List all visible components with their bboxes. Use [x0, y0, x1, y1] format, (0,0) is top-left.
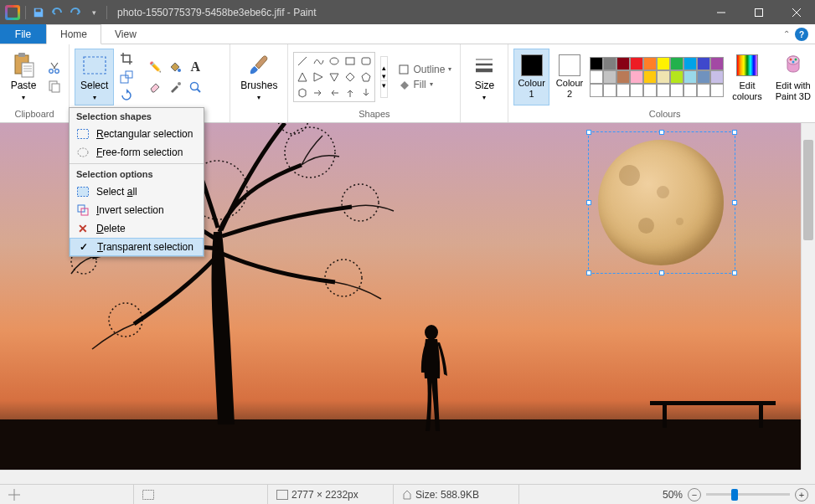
- colour-swatch[interactable]: [683, 57, 697, 70]
- svg-rect-5: [18, 53, 25, 57]
- minimize-ribbon-icon[interactable]: ⌃: [783, 29, 790, 39]
- zoom-slider[interactable]: [706, 493, 790, 496]
- zoom-out-button[interactable]: −: [688, 488, 701, 501]
- colour-swatch[interactable]: [603, 70, 616, 84]
- colour-swatch[interactable]: [697, 57, 710, 70]
- vertical-scrollbar[interactable]: [801, 123, 815, 470]
- colour-swatch[interactable]: [670, 84, 683, 97]
- brushes-button[interactable]: Brushes▾: [235, 49, 282, 105]
- svg-point-18: [178, 82, 181, 85]
- group-clipboard: Paste▾ Clipboard: [0, 44, 70, 122]
- colour-swatch[interactable]: [616, 57, 630, 70]
- horizontal-scrollbar[interactable]: [0, 470, 801, 484]
- paint-3d-button[interactable]: Edit with Paint 3D: [771, 49, 815, 105]
- colour-swatch[interactable]: [670, 70, 683, 84]
- maximize-button[interactable]: [740, 0, 777, 24]
- colour-swatch[interactable]: [630, 70, 643, 84]
- select-all-icon: [76, 185, 90, 198]
- menu-select-all[interactable]: Select all: [70, 183, 204, 201]
- selection-handle-se[interactable]: [732, 270, 737, 275]
- eraser-tool[interactable]: [146, 78, 164, 96]
- save-icon[interactable]: [31, 5, 46, 20]
- status-cursor-position: [0, 485, 134, 504]
- tab-view[interactable]: View: [101, 24, 151, 44]
- colour-swatch[interactable]: [616, 70, 630, 84]
- colour-swatch[interactable]: [670, 57, 683, 70]
- menu-rectangular-selection[interactable]: Rectangular selection: [70, 125, 204, 143]
- selection-handle-w[interactable]: [586, 200, 591, 205]
- minimize-button[interactable]: [702, 0, 740, 24]
- selection-handle-ne[interactable]: [732, 130, 737, 135]
- select-button[interactable]: Select▾: [75, 49, 114, 105]
- colour-swatch[interactable]: [643, 57, 657, 70]
- close-button[interactable]: [777, 0, 815, 24]
- tab-home[interactable]: Home: [46, 24, 101, 44]
- text-tool[interactable]: A: [186, 58, 204, 76]
- colour-swatch[interactable]: [590, 84, 603, 97]
- copy-icon[interactable]: [47, 79, 62, 94]
- rotate-icon[interactable]: [119, 88, 134, 103]
- tab-file[interactable]: File: [0, 24, 46, 44]
- svg-marker-29: [362, 73, 370, 81]
- size-button[interactable]: Size▾: [466, 49, 503, 105]
- paste-icon: [10, 52, 37, 79]
- colour-swatch[interactable]: [657, 57, 670, 70]
- colour-swatch[interactable]: [590, 70, 603, 84]
- colour-swatch[interactable]: [630, 84, 643, 97]
- colour-swatch[interactable]: [643, 84, 657, 97]
- selection-handle-nw[interactable]: [586, 130, 591, 135]
- colour-swatch[interactable]: [710, 70, 724, 84]
- colour-swatch[interactable]: [643, 70, 657, 84]
- menu-delete[interactable]: ✕ Delete: [70, 219, 204, 238]
- checkmark-icon: ✓: [77, 240, 90, 254]
- ribbon-tabs: File Home View ⌃ ?: [0, 24, 815, 44]
- colour-swatch[interactable]: [657, 70, 670, 84]
- colour-swatch[interactable]: [683, 84, 697, 97]
- selection-handle-s[interactable]: [659, 270, 664, 275]
- selection-handle-e[interactable]: [732, 200, 737, 205]
- undo-icon[interactable]: [49, 5, 64, 20]
- shape-outline-button[interactable]: Outline ▾: [395, 63, 455, 76]
- redo-icon[interactable]: [68, 5, 83, 20]
- status-file-size: Size: 588.9KB: [394, 485, 519, 504]
- colour-swatch[interactable]: [710, 84, 724, 97]
- colour-swatch[interactable]: [630, 57, 643, 70]
- colour-swatch[interactable]: [697, 84, 710, 97]
- cut-icon[interactable]: [47, 60, 62, 75]
- edit-colours-button[interactable]: Edit colours: [727, 49, 766, 105]
- colour-palette[interactable]: [590, 57, 724, 97]
- paste-button[interactable]: Paste▾: [5, 49, 42, 105]
- colour-swatch[interactable]: [590, 57, 603, 70]
- selection-handle-sw[interactable]: [586, 270, 591, 275]
- help-icon[interactable]: ?: [795, 28, 808, 41]
- zoom-in-button[interactable]: +: [795, 488, 808, 501]
- selection-handle-n[interactable]: [659, 130, 664, 135]
- colour-picker-tool[interactable]: [166, 78, 184, 96]
- pencil-tool[interactable]: ✏️: [146, 58, 164, 76]
- colour-1-button[interactable]: Colour 1: [513, 49, 549, 105]
- menu-free-form-selection[interactable]: Free-form selection: [70, 143, 204, 162]
- fill-tool[interactable]: [166, 58, 184, 76]
- select-icon: [81, 52, 108, 79]
- colour-swatch[interactable]: [616, 84, 630, 97]
- menu-transparent-selection[interactable]: ✓ Transparent selection: [70, 238, 204, 256]
- svg-marker-28: [346, 73, 354, 81]
- colour-swatch[interactable]: [683, 70, 697, 84]
- group-label-shapes: Shapes: [358, 107, 389, 121]
- svg-point-17: [178, 69, 181, 72]
- colour-swatch[interactable]: [603, 84, 616, 97]
- colour-swatch[interactable]: [657, 84, 670, 97]
- crop-icon[interactable]: [119, 51, 134, 66]
- resize-icon[interactable]: [119, 69, 134, 85]
- menu-invert-selection[interactable]: Invert selection: [70, 201, 204, 219]
- selection-box[interactable]: [588, 131, 735, 274]
- svg-rect-31: [400, 65, 408, 74]
- shapes-gallery[interactable]: [293, 52, 375, 102]
- colour-swatch[interactable]: [710, 57, 724, 70]
- shape-fill-button[interactable]: Fill ▾: [395, 78, 455, 91]
- colour-swatch[interactable]: [603, 57, 616, 70]
- colour-swatch[interactable]: [697, 70, 710, 84]
- colour-2-button[interactable]: Colour 2: [553, 49, 586, 105]
- qat-customize-icon[interactable]: ▾: [86, 5, 101, 20]
- magnifier-tool[interactable]: [186, 78, 204, 96]
